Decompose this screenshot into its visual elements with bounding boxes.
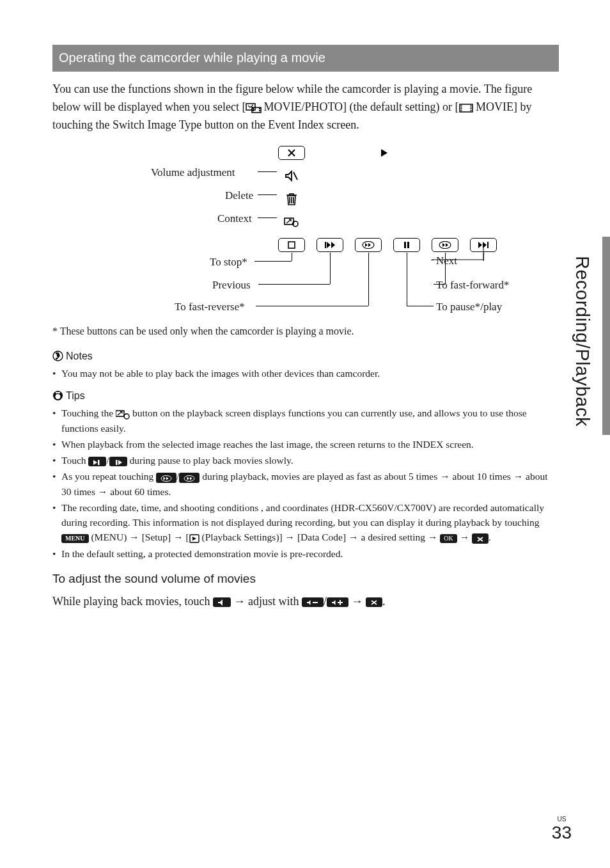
play-indicator-icon — [372, 146, 396, 160]
svg-line-14 — [293, 172, 297, 180]
slow-reverse-icon — [88, 457, 106, 466]
side-tab-marker — [602, 237, 610, 435]
menu-button-inline: MENU — [61, 534, 89, 543]
tip-item: The recording date, time, and shooting c… — [52, 500, 559, 545]
context-icon[interactable] — [279, 215, 304, 229]
slow-forward-icon — [109, 457, 127, 466]
fast-forward-inline-icon — [179, 473, 199, 482]
svg-rect-8 — [460, 105, 462, 106]
notes-list: You may not be able to play back the ima… — [52, 366, 559, 381]
tip-item: Touching the button on the playback scre… — [52, 406, 559, 436]
svg-rect-38 — [340, 600, 341, 605]
svg-rect-31 — [98, 460, 100, 465]
volume-up-icon — [327, 597, 348, 607]
side-tab-label: Recording/Playback — [569, 256, 596, 427]
connector-lines-right — [395, 245, 497, 315]
svg-rect-9 — [460, 107, 462, 109]
intro-paragraph: You can use the functions shown in the f… — [52, 81, 559, 134]
svg-point-26 — [56, 394, 61, 399]
notes-header: Notes — [52, 349, 559, 363]
tip-item: When playback from the selected image re… — [52, 437, 559, 452]
tips-list: Touching the button on the playback scre… — [52, 406, 559, 561]
footnote: * These buttons can be used only when th… — [52, 324, 559, 338]
svg-rect-3 — [253, 108, 254, 109]
svg-rect-13 — [470, 109, 471, 111]
svg-rect-6 — [259, 110, 260, 111]
label-context: Context — [217, 211, 252, 227]
svg-rect-32 — [116, 460, 118, 465]
sub-header: To adjust the sound volume of movies — [52, 570, 559, 588]
tip-item: As you repeat touching / during playback… — [52, 469, 559, 499]
svg-rect-11 — [470, 105, 471, 106]
close-button[interactable] — [278, 146, 305, 160]
label-delete: Delete — [225, 188, 253, 204]
tip-item: In the default setting, a protected demo… — [52, 546, 559, 561]
svg-rect-12 — [470, 107, 471, 109]
label-previous: Previous — [212, 278, 251, 294]
tips-header: Tips — [52, 388, 559, 403]
svg-rect-10 — [460, 109, 462, 111]
movie-icon — [459, 104, 473, 113]
svg-point-28 — [59, 392, 60, 393]
label-fastreverse: To fast-reverse* — [175, 299, 245, 315]
svg-rect-36 — [313, 602, 318, 603]
svg-point-1 — [252, 104, 253, 106]
tip-item: Touch / during pause to play back movies… — [52, 453, 559, 468]
volume-icon-inline — [213, 597, 231, 607]
svg-rect-4 — [253, 110, 254, 111]
volume-icon[interactable] — [279, 169, 304, 183]
volume-adjust-instruction: While playing back movies, touch → adjus… — [52, 593, 559, 610]
svg-point-27 — [56, 392, 57, 393]
playback-controls-diagram: Volume adjustment Delete Context To stop… — [75, 146, 536, 312]
label-volume: Volume adjustment — [151, 165, 235, 181]
ok-button-inline: OK — [440, 534, 457, 543]
label-stop: To stop* — [210, 255, 247, 271]
section-header: Operating the camcorder while playing a … — [52, 45, 559, 72]
notes-icon — [52, 351, 63, 361]
fast-reverse-inline-icon — [156, 473, 176, 482]
delete-icon[interactable] — [279, 192, 304, 206]
close-button-inline-2 — [366, 597, 382, 607]
close-button-inline — [472, 533, 489, 543]
note-item: You may not be able to play back the ima… — [52, 366, 559, 381]
context-inline-icon — [116, 409, 130, 420]
movie-photo-icon — [246, 102, 263, 114]
page-number: US 33 — [552, 815, 572, 844]
playback-settings-icon — [189, 534, 199, 543]
tips-icon — [52, 390, 63, 401]
svg-rect-5 — [259, 108, 260, 109]
volume-down-icon — [302, 597, 324, 607]
